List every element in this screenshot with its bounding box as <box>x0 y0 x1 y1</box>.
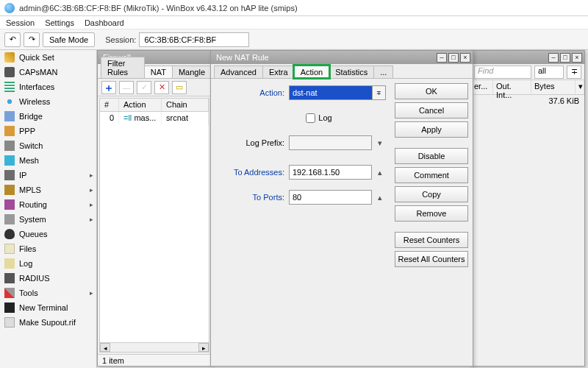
min-button[interactable]: – <box>437 53 447 63</box>
disable-button[interactable]: Disable <box>395 148 468 164</box>
remove-button[interactable]: Remove <box>395 205 468 222</box>
max-button[interactable]: □ <box>448 53 459 63</box>
firewall-hscroll[interactable]: ◂ ▸ <box>99 342 209 353</box>
col-action[interactable]: Action <box>119 99 162 111</box>
log-checkbox[interactable] <box>306 113 315 123</box>
copy-button[interactable]: Copy <box>395 186 468 202</box>
menu-settings[interactable]: Settings <box>45 18 74 27</box>
sidebar-item-ppp[interactable]: PPP <box>0 124 96 138</box>
sidebar-item-system[interactable]: System▸ <box>0 212 96 227</box>
toports-collapse-icon[interactable]: ▴ <box>374 193 386 202</box>
backlist-header: er... Out. Int... Bytes ▾ <box>471 80 584 95</box>
sidebar-item-wireless[interactable]: Wireless <box>0 94 96 109</box>
comment-button[interactable]: ▭ <box>172 81 187 94</box>
col-more[interactable]: ▾ <box>576 80 584 94</box>
supout-icon <box>4 317 15 328</box>
sidebar-item-label: Switch <box>19 141 43 150</box>
table-row[interactable]: 0 =ll mas... srcnat <box>100 112 209 125</box>
sidebar-item-make-supout-rif[interactable]: Make Supout.rif <box>0 315 96 330</box>
toports-input[interactable]: 80 <box>289 190 372 205</box>
add-button[interactable]: ＋ <box>101 81 116 94</box>
scroll-left-icon[interactable]: ◂ <box>100 343 110 352</box>
menubar: Session Settings Dashboard <box>0 16 588 29</box>
sidebar-item-mesh[interactable]: Mesh <box>0 153 96 168</box>
sidebar-item-interfaces[interactable]: Interfaces <box>0 79 96 94</box>
tab-action[interactable]: Action <box>294 66 330 78</box>
bridge-icon <box>4 111 15 121</box>
tab-filter-rules[interactable]: Filter Rules <box>101 57 145 78</box>
firewall-tabs: Filter Rules NAT Mangle <box>98 64 211 79</box>
undo-button[interactable]: ↷ <box>4 32 21 47</box>
reset-counters-button[interactable]: Reset Counters <box>395 232 468 248</box>
filter-dropdown[interactable]: ∓ <box>567 66 581 79</box>
action-select[interactable]: dst-nat <box>289 85 373 100</box>
enable-button[interactable]: ✓ <box>137 81 151 94</box>
sidebar-item-label: Files <box>19 244 36 253</box>
nat-button-column: OK Cancel Apply Disable Comment Copy Rem… <box>390 79 473 366</box>
max-button[interactable]: □ <box>560 53 570 63</box>
sidebar-item-capsman[interactable]: CAPsMAN <box>0 65 96 79</box>
close-button[interactable]: × <box>460 53 470 63</box>
log-icon <box>4 258 15 269</box>
menu-session[interactable]: Session <box>6 18 35 27</box>
background-window-bar[interactable]: – □ × <box>471 51 584 64</box>
tab-mangle[interactable]: Mangle <box>172 66 212 78</box>
disable-button[interactable]: ✕ <box>154 81 169 94</box>
sidebar-item-label: PPP <box>19 127 35 135</box>
col-number[interactable]: # <box>100 99 119 111</box>
toaddresses-collapse-icon[interactable]: ▴ <box>374 168 386 177</box>
col-bytes[interactable]: Bytes <box>531 80 576 94</box>
tab-advanced[interactable]: Advanced <box>214 66 263 78</box>
int-icon <box>4 82 15 92</box>
col-outint[interactable]: Out. Int... <box>493 80 531 94</box>
sidebar-item-switch[interactable]: Switch <box>0 138 96 153</box>
min-button[interactable]: – <box>548 53 559 63</box>
sidebar-item-routing[interactable]: Routing▸ <box>0 197 96 212</box>
find-input[interactable]: Find <box>474 66 531 79</box>
sidebar-item-label: Tools <box>19 289 38 297</box>
session-field[interactable]: 6C:3B:6B:CF:F8:BF <box>139 32 249 47</box>
tab-extra[interactable]: Extra <box>262 66 295 78</box>
comment-button[interactable]: Comment <box>395 167 468 183</box>
reset-all-counters-button[interactable]: Reset All Counters <box>395 251 468 267</box>
backlist-row[interactable]: 37.6 KiB <box>471 95 584 108</box>
tab-more[interactable]: ... <box>373 66 393 78</box>
sidebar-item-tools[interactable]: Tools▸ <box>0 286 96 300</box>
nat-title: New NAT Rule <box>213 53 269 62</box>
sidebar-item-label: System <box>19 215 46 224</box>
logprefix-expand-icon[interactable]: ▾ <box>374 138 386 148</box>
sidebar-item-files[interactable]: Files <box>0 241 96 256</box>
sidebar-item-label: Bridge <box>19 112 43 121</box>
sidebar-item-bridge[interactable]: Bridge <box>0 109 96 124</box>
sidebar-item-quick-set[interactable]: Quick Set <box>0 50 96 65</box>
menu-dashboard[interactable]: Dashboard <box>85 18 124 27</box>
safemode-button[interactable]: Safe Mode <box>43 32 95 47</box>
close-button[interactable]: × <box>572 53 582 63</box>
sidebar-item-radius[interactable]: RADIUS <box>0 271 96 286</box>
apply-button[interactable]: Apply <box>395 121 468 138</box>
sidebar-item-mpls[interactable]: MPLS▸ <box>0 183 96 197</box>
col-chain[interactable]: Chain <box>162 99 209 111</box>
sidebar-item-new-terminal[interactable]: New Terminal <box>0 300 96 315</box>
ok-button[interactable]: OK <box>395 83 468 99</box>
nat-titlebar[interactable]: New NAT Rule – □ × <box>211 51 473 64</box>
filter-select[interactable]: all <box>534 66 564 79</box>
redo-button[interactable]: ↷ <box>24 32 40 47</box>
remove-button[interactable]: — <box>119 81 134 94</box>
mesh-icon <box>4 155 15 166</box>
scroll-right-icon[interactable]: ▸ <box>198 343 209 352</box>
sidebar-item-queues[interactable]: Queues <box>0 227 96 241</box>
col-er[interactable]: er... <box>471 80 493 94</box>
action-dropdown-icon[interactable]: ∓ <box>373 85 386 100</box>
toaddresses-input[interactable]: 192.168.1.50 <box>289 165 372 180</box>
sidebar-item-ip[interactable]: IP▸ <box>0 168 96 183</box>
background-window: – □ × Find all ∓ er... Out. Int... Bytes… <box>470 50 585 367</box>
tab-nat[interactable]: NAT <box>144 66 173 78</box>
sidebar-item-label: CAPsMAN <box>19 68 58 77</box>
cap-icon <box>4 67 15 77</box>
logprefix-input[interactable] <box>289 135 372 150</box>
tab-statistics[interactable]: Statistics <box>329 66 374 78</box>
sidebar-item-log[interactable]: Log <box>0 256 96 271</box>
cancel-button[interactable]: Cancel <box>395 102 468 118</box>
sidebar-item-label: RADIUS <box>19 274 50 283</box>
